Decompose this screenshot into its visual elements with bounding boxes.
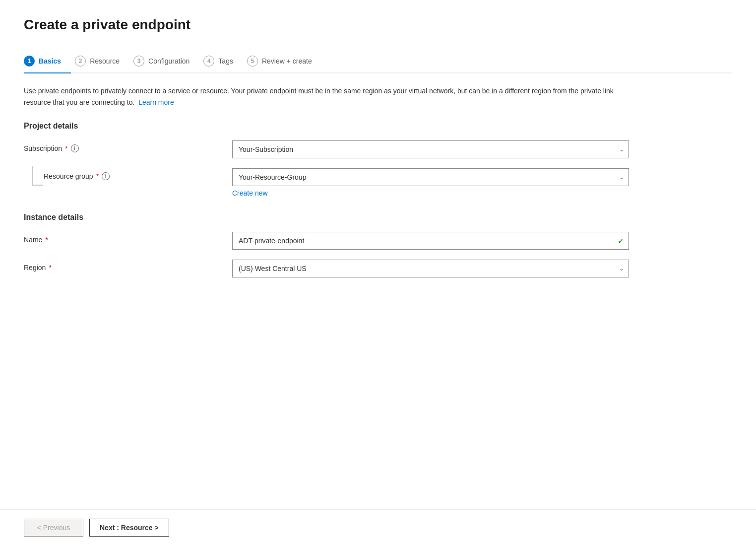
tab-configuration[interactable]: 3 Configuration	[133, 50, 199, 72]
name-label-container: Name *	[24, 232, 232, 244]
tab-resource[interactable]: 2 Resource	[75, 50, 129, 72]
bracket-horizontal-line	[32, 185, 43, 186]
region-required: *	[49, 264, 51, 272]
resource-group-info-icon[interactable]: i	[102, 172, 110, 180]
bracket-vertical-line	[32, 166, 33, 185]
project-details-section: Project details Subscription * i Your-Su…	[24, 122, 732, 197]
tab-number-resource: 2	[75, 56, 86, 67]
region-label: Region	[24, 264, 46, 272]
instance-details-section: Instance details Name * ✓ Region	[24, 213, 732, 277]
subscription-dropdown[interactable]: Your-Subscription	[232, 140, 629, 158]
bottom-bar: < Previous Next : Resource >	[0, 509, 756, 545]
tab-basics[interactable]: 1 Basics	[24, 50, 71, 73]
region-row: Region * (US) West Central US ⌄	[24, 260, 732, 277]
learn-more-link[interactable]: Learn more	[138, 98, 174, 106]
subscription-resource-group: Subscription * i Your-Subscription ⌄	[24, 140, 732, 197]
description-text: Use private endpoints to privately conne…	[24, 85, 619, 108]
instance-details-title: Instance details	[24, 213, 732, 222]
region-dropdown[interactable]: (US) West Central US	[232, 260, 629, 277]
region-control: (US) West Central US ⌄	[232, 260, 629, 277]
tab-number-configuration: 3	[133, 56, 144, 67]
resource-group-label-container: Resource group * i	[24, 168, 232, 180]
name-row: Name * ✓	[24, 232, 732, 250]
tabs-container: 1 Basics 2 Resource 3 Configuration 4 Ta…	[24, 50, 732, 73]
region-label-container: Region *	[24, 260, 232, 272]
tab-number-review: 5	[247, 56, 258, 67]
next-button[interactable]: Next : Resource >	[89, 519, 169, 537]
page-title: Create a private endpoint	[24, 16, 732, 34]
resource-group-dropdown-wrapper: Your-Resource-Group ⌄	[232, 168, 629, 186]
tab-tags[interactable]: 4 Tags	[203, 50, 243, 72]
tab-label-resource: Resource	[90, 57, 120, 65]
name-label: Name	[24, 236, 42, 244]
subscription-control: Your-Subscription ⌄	[232, 140, 629, 158]
subscription-row: Subscription * i Your-Subscription ⌄	[24, 140, 732, 158]
resource-group-required: *	[96, 172, 99, 180]
subscription-required: *	[65, 144, 67, 152]
subscription-info-icon[interactable]: i	[71, 144, 79, 152]
previous-button[interactable]: < Previous	[24, 519, 83, 537]
tab-label-tags: Tags	[218, 57, 233, 65]
name-control: ✓	[232, 232, 629, 250]
tab-number-tags: 4	[203, 56, 214, 67]
subscription-label: Subscription	[24, 144, 62, 152]
create-new-link[interactable]: Create new	[232, 189, 268, 197]
tab-number-basics: 1	[24, 56, 35, 67]
tab-label-basics: Basics	[39, 57, 61, 65]
tab-label-review: Review + create	[262, 57, 312, 65]
name-required: *	[45, 236, 48, 244]
resource-group-dropdown[interactable]: Your-Resource-Group	[232, 168, 629, 186]
tab-review-create[interactable]: 5 Review + create	[247, 50, 322, 72]
tab-label-configuration: Configuration	[148, 57, 189, 65]
region-dropdown-wrapper: (US) West Central US ⌄	[232, 260, 629, 277]
name-input-wrapper: ✓	[232, 232, 629, 250]
subscription-dropdown-wrapper: Your-Subscription ⌄	[232, 140, 629, 158]
project-details-title: Project details	[24, 122, 732, 131]
subscription-label-container: Subscription * i	[24, 140, 232, 152]
resource-group-row: Resource group * i Your-Resource-Group ⌄…	[24, 168, 732, 197]
resource-group-control: Your-Resource-Group ⌄ Create new	[232, 168, 629, 197]
resource-group-label: Resource group	[44, 172, 93, 180]
name-input[interactable]	[232, 232, 629, 250]
